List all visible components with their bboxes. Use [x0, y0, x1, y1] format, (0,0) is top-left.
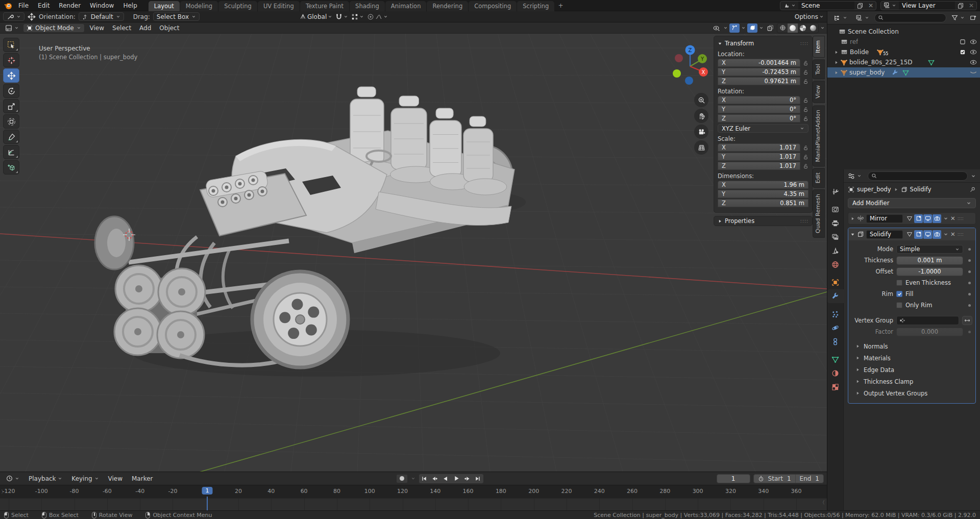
scale-x-field[interactable]: X1.017: [718, 143, 800, 152]
shading-rendered-button[interactable]: [808, 23, 818, 33]
next-keyframe-button[interactable]: [462, 474, 473, 483]
dimensions-x-field[interactable]: X1.96 m: [718, 181, 808, 189]
vertex-group-field[interactable]: [896, 316, 959, 325]
rim-fill-checkbox[interactable]: [896, 291, 902, 297]
play-reverse-button[interactable]: [440, 474, 451, 483]
mode-dropdown[interactable]: Object Mode: [23, 23, 85, 33]
animate-dot[interactable]: [968, 259, 971, 262]
timeline-menu-keying[interactable]: Keying: [67, 474, 103, 484]
viewport-menu-object[interactable]: Object: [155, 23, 183, 33]
viewport-3d[interactable]: Object Mode ViewSelectAddObject: [0, 22, 827, 472]
scene-tab-icon[interactable]: [827, 244, 844, 258]
outliner-row-ref[interactable]: ref: [827, 37, 980, 47]
lock-icon[interactable]: [803, 154, 808, 160]
outliner-row-bolide_80s_225_15D[interactable]: bolide_80s_225_15D: [827, 57, 980, 67]
on-cage-toggle[interactable]: [905, 214, 914, 223]
lock-icon[interactable]: [803, 79, 808, 84]
end-frame-field[interactable]: End 1: [795, 475, 823, 483]
delete-modifier-button[interactable]: ✕: [950, 231, 955, 238]
show-overlays-toggle[interactable]: [747, 23, 757, 33]
only-rim-checkbox[interactable]: [896, 302, 902, 308]
particles-tab-icon[interactable]: [827, 307, 844, 321]
pin-icon[interactable]: [969, 186, 976, 193]
breadcrumb-item[interactable]: Solidify: [910, 186, 932, 193]
material-tab-icon[interactable]: [827, 366, 844, 380]
render-toggle[interactable]: [933, 230, 941, 239]
play-button[interactable]: [451, 474, 462, 483]
measure-tool[interactable]: [3, 145, 19, 159]
output-tab-icon[interactable]: [827, 216, 844, 230]
modifier-name-field[interactable]: Mirror: [866, 214, 903, 223]
auto-keying-toggle[interactable]: [396, 474, 408, 483]
expand-arrow-icon[interactable]: [834, 70, 839, 75]
move-tool[interactable]: [3, 68, 19, 83]
offset-slider[interactable]: -1.0000: [896, 267, 963, 276]
even-thickness-checkbox[interactable]: [896, 280, 902, 286]
transform-orientation-dropdown[interactable]: Global: [300, 13, 332, 20]
constraints-tab-icon[interactable]: [827, 335, 844, 349]
view-layer-name-field[interactable]: View Layer: [899, 2, 955, 10]
animate-dot[interactable]: [968, 248, 971, 251]
lock-icon[interactable]: [803, 97, 808, 103]
modifiers-tab-icon[interactable]: [827, 289, 844, 303]
menu-render[interactable]: Render: [55, 1, 85, 11]
editor-type-button[interactable]: [2, 23, 22, 33]
snap-toggle[interactable]: [335, 13, 348, 20]
expand-arrow-icon[interactable]: [834, 50, 839, 55]
gizmo-axis-neg-z[interactable]: [685, 77, 693, 85]
animate-dot[interactable]: [968, 270, 971, 273]
sidebar-tab-edit[interactable]: Edit: [813, 168, 825, 188]
timeline-track-area[interactable]: [0, 498, 827, 510]
menu-edit[interactable]: Edit: [34, 1, 54, 11]
workspace-tab-sculpting[interactable]: Sculpting: [218, 1, 257, 11]
add-cube-tool[interactable]: [3, 160, 19, 175]
blender-logo-icon[interactable]: [4, 2, 12, 10]
modifier-extras-dropdown[interactable]: [943, 232, 948, 237]
solidify-section-normals[interactable]: Normals: [848, 340, 975, 352]
properties-search-input[interactable]: [868, 171, 968, 181]
lock-icon[interactable]: [803, 163, 808, 169]
expand-arrow-icon[interactable]: [834, 60, 839, 65]
location-y-field[interactable]: Y-0.72453 m: [718, 68, 800, 76]
rotation-y-field[interactable]: Y0°: [718, 105, 800, 113]
gizmo-axis-y[interactable]: Y: [698, 54, 707, 63]
lock-icon[interactable]: [803, 116, 808, 121]
object-tab-icon[interactable]: [827, 276, 844, 289]
workspace-tab-scripting[interactable]: Scripting: [517, 1, 554, 11]
transform-tool[interactable]: [3, 114, 19, 129]
timeline-ruler[interactable]: 〉 〈 -120-100-80-60-40-202040608010012014…: [0, 485, 827, 498]
lock-icon[interactable]: [803, 69, 808, 75]
outliner-row-super_body[interactable]: super_body: [827, 67, 980, 78]
unlink-scene-icon[interactable]: ✕: [866, 2, 876, 10]
orientation-dropdown[interactable]: Default: [79, 12, 124, 21]
viewport-menu-view[interactable]: View: [86, 23, 108, 33]
active-tool-dropdown[interactable]: [3, 12, 24, 21]
menu-help[interactable]: Help: [119, 1, 141, 11]
location-x-field[interactable]: X-0.001464 m: [718, 59, 800, 67]
render-tab-icon[interactable]: [827, 203, 844, 216]
remove-view-layer-icon[interactable]: ✕: [966, 2, 976, 10]
animate-dot[interactable]: [968, 293, 971, 295]
modifier-solidify-header[interactable]: Solidify ✕ ::::: [848, 228, 975, 240]
menu-file[interactable]: File: [14, 1, 33, 11]
outliner-filter-mode-dropdown[interactable]: [852, 13, 872, 22]
collapse-arrow-icon[interactable]: [850, 232, 855, 237]
scale-z-field[interactable]: Z1.017: [718, 162, 800, 170]
collapse-sidebar-arrow[interactable]: 〈: [820, 499, 825, 506]
start-frame-field[interactable]: Start 1: [754, 475, 795, 483]
viewport-menu-select[interactable]: Select: [108, 23, 135, 33]
texture-tab-icon[interactable]: [827, 380, 844, 394]
workspace-tab-rendering[interactable]: Rendering: [427, 1, 468, 11]
lock-icon[interactable]: [803, 107, 808, 112]
tool-tab-icon[interactable]: [827, 185, 844, 199]
panel-drag-grip[interactable]: ::::: [800, 41, 808, 46]
include-checkbox[interactable]: [960, 49, 966, 55]
physics-tab-icon[interactable]: [827, 321, 844, 335]
jump-to-start-button[interactable]: [419, 474, 430, 483]
outliner-filter-dropdown[interactable]: [948, 13, 968, 22]
sidebar-tab-maniaplanetaddon[interactable]: ManiaPlanetAddon: [813, 105, 825, 166]
edit-mode-toggle[interactable]: [914, 230, 923, 239]
invert-vertex-group-button[interactable]: [962, 316, 972, 325]
animate-dot[interactable]: [968, 282, 971, 284]
workspace-tab-texture-paint[interactable]: Texture Paint: [300, 1, 349, 11]
